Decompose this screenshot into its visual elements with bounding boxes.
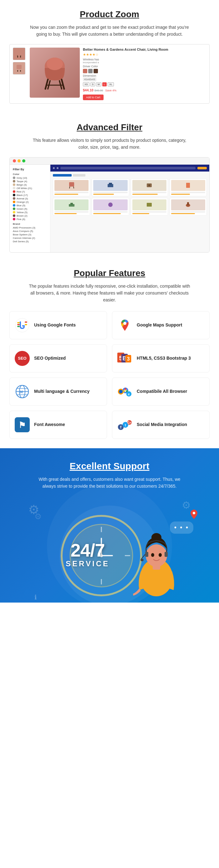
- filter-item-beige[interactable]: Beige (3): [13, 183, 47, 186]
- color-dot-red: [13, 190, 15, 193]
- filter-brand-asus[interactable]: Asus Compuro (5): [13, 230, 47, 232]
- product-price-bar-6: [93, 213, 121, 214]
- filter-item-taupe[interactable]: Taupe (4): [13, 180, 47, 183]
- advanced-filter-title: Advanced Filter: [9, 122, 210, 132]
- svg-rect-5: [17, 65, 22, 69]
- google-fonts-label: Using Google Fonts: [34, 322, 76, 328]
- add-to-cart-button[interactable]: Add to Cart: [83, 95, 103, 100]
- service-247-container: 24/7 SERVICE: [66, 541, 110, 568]
- filter-item-grey[interactable]: Grey (10): [13, 177, 47, 179]
- filter-brand-cannon[interactable]: Cannon Internas (2): [13, 237, 47, 240]
- filter-item-orange[interactable]: Orange (2): [13, 200, 47, 204]
- product-price-bar-3: [132, 194, 158, 195]
- zoom-thumb-1[interactable]: [13, 48, 25, 60]
- color-dot-black: [13, 194, 15, 196]
- compat-label: Compatibile All Browser: [137, 389, 187, 395]
- product-img-1: [55, 180, 89, 191]
- svg-point-78: [193, 512, 195, 514]
- product-price-bar-5: [55, 213, 77, 214]
- svg-text:f: f: [120, 425, 122, 430]
- color-dot-pink: [13, 218, 15, 220]
- zoom-color-label: Driver Color: [83, 65, 206, 68]
- product-img-3: [132, 180, 166, 191]
- filter-brand-dell[interactable]: Dell Series (5): [13, 240, 47, 243]
- size-l[interactable]: L: [102, 82, 107, 86]
- filter-item-animal[interactable]: Animal (3): [13, 197, 47, 200]
- size-s[interactable]: S: [90, 82, 95, 86]
- google-maps-label: Google Maps Support: [137, 322, 182, 328]
- color-dot-beige: [13, 183, 15, 186]
- zoom-price-save: Save 4%: [105, 89, 116, 92]
- filter-main-area: [51, 165, 209, 252]
- info-icon-bottom: ℹ: [34, 593, 37, 601]
- dot-yellow: [18, 159, 21, 162]
- zoom-product-title: Better Homes & Gardens Accent Chair, Liv…: [83, 48, 206, 51]
- zoom-mockup: Better Homes & Gardens Accent Chair, Liv…: [9, 44, 210, 103]
- popular-features-section: Popular Features The popular features in…: [0, 259, 219, 445]
- service-label-text: SERVICE: [66, 559, 110, 568]
- product-zoom-section: Product Zoom Now you can zoom the produc…: [0, 0, 219, 113]
- swatch-grey[interactable]: [88, 69, 93, 73]
- svg-rect-7: [20, 70, 21, 72]
- svg-text:$€: $€: [20, 390, 24, 394]
- zoom-dimension-value: 41x42x43: [83, 77, 96, 82]
- filter-tag-2: [73, 174, 86, 177]
- size-xs[interactable]: XS: [83, 82, 90, 86]
- zoom-thumb-2[interactable]: [13, 62, 25, 74]
- filter-item-blue[interactable]: Blue (5): [13, 204, 47, 207]
- feature-multilang: $€ Multi language & Currency: [9, 377, 107, 406]
- filter-brand-bose[interactable]: Bose System (3): [13, 233, 47, 236]
- svg-line-9: [45, 80, 48, 89]
- svg-rect-73: [145, 552, 148, 557]
- filter-by-title: Filter By: [13, 168, 47, 171]
- product-name-bar-5: [55, 211, 89, 213]
- filter-topbar: [10, 157, 209, 165]
- filter-item-green[interactable]: Green (5): [13, 208, 47, 210]
- gear-icon-small: ⚙: [34, 512, 42, 522]
- svg-point-76: [151, 553, 154, 557]
- filter-brand-amd[interactable]: AMD Processors (3): [13, 226, 47, 229]
- svg-point-77: [159, 553, 162, 557]
- product-img-6: [93, 199, 127, 210]
- swatch-brown[interactable]: [94, 69, 98, 73]
- svg-rect-24: [70, 203, 73, 205]
- popular-features-desc: The popular features include fully respo…: [28, 283, 191, 304]
- svg-line-16: [69, 187, 70, 188]
- nav-dot-1: [53, 167, 55, 169]
- html5-label: HTML5, CSS3 Bootstrap 3: [137, 355, 191, 362]
- product-name-bar-3: [132, 192, 166, 193]
- size-m[interactable]: M: [96, 82, 101, 86]
- filter-product-6: [92, 198, 129, 216]
- svg-rect-34: [25, 324, 27, 325]
- seo-icon: SEO: [15, 351, 30, 366]
- svg-rect-30: [17, 324, 20, 325]
- product-name-bar-7: [132, 211, 166, 213]
- filter-item-pink[interactable]: Pink (6): [13, 218, 47, 221]
- swatch-red[interactable]: [83, 69, 87, 73]
- feature-google-fonts: Using Google Fonts: [9, 311, 107, 339]
- compat-icon: e: [117, 384, 132, 399]
- filter-product-7: [131, 198, 168, 216]
- filter-item-black[interactable]: Black (17): [13, 194, 47, 196]
- svg-text:G+: G+: [127, 421, 132, 425]
- filter-mockup: Filter By Color Grey (10) Taupe (4) Beig…: [9, 157, 210, 253]
- svg-text:t: t: [125, 423, 126, 427]
- svg-rect-22: [186, 183, 190, 188]
- zoom-wireless-desc: incorporated a: [83, 61, 206, 64]
- product-price-bar: [55, 194, 78, 195]
- zoom-price-old: $46.00: [94, 89, 103, 92]
- filter-item-brown[interactable]: Brown (2): [13, 214, 47, 217]
- filter-item-red[interactable]: Red (7): [13, 190, 47, 193]
- filter-item-offwhite[interactable]: Off White (21): [13, 187, 47, 190]
- dot-green: [22, 159, 25, 162]
- svg-rect-31: [17, 322, 20, 323]
- filter-product-5: [53, 198, 90, 216]
- color-dot-grey: [13, 177, 15, 179]
- size-xl[interactable]: XL: [107, 82, 114, 86]
- filter-sidebar: Filter By Color Grey (10) Taupe (4) Beig…: [10, 165, 51, 252]
- filter-item-yellow[interactable]: Yellow (5): [13, 211, 47, 214]
- svg-rect-0: [17, 50, 22, 55]
- svg-point-14: [46, 58, 63, 70]
- svg-rect-28: [187, 202, 189, 205]
- social-icon: f t G+: [117, 417, 132, 432]
